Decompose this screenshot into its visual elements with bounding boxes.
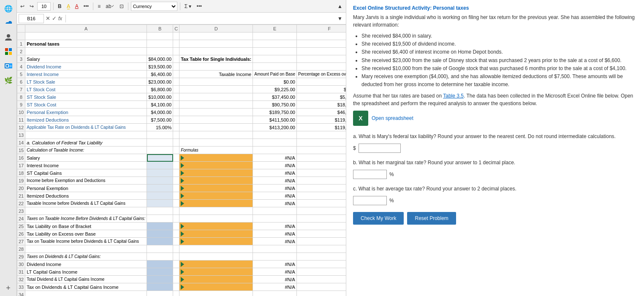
answer-input-c[interactable] (353, 196, 387, 205)
cell-28-D[interactable] (179, 245, 253, 253)
cell-13-F[interactable] (296, 131, 346, 139)
cell--B[interactable] (147, 33, 173, 40)
cell-14-B[interactable] (147, 139, 173, 147)
cell-17-E[interactable]: #N/A (253, 162, 297, 169)
cell-6-A[interactable]: LT Stock Sale (25, 78, 147, 86)
cell-19-F[interactable] (296, 177, 346, 185)
cell-12-B[interactable]: 15.00% (147, 124, 173, 131)
formula-input[interactable] (69, 14, 334, 23)
col-header-B[interactable]: B (147, 25, 173, 33)
cell-13-B[interactable] (147, 131, 173, 139)
formula-bar-x[interactable]: ✕ (46, 15, 50, 22)
cell-27-B[interactable] (147, 238, 173, 245)
cell-3-D[interactable]: Tax Table for Single Individuals: (179, 55, 253, 63)
cell-3-A[interactable]: Salary (25, 55, 147, 63)
cell-31-A[interactable]: LT Capital Gains Income (25, 268, 147, 276)
cell-20-A[interactable]: Personal Exemption (25, 185, 147, 192)
cell-33-B[interactable] (147, 283, 173, 291)
cell-7-F[interactable]: $922.50 (296, 86, 346, 93)
cell-13-D[interactable] (179, 131, 253, 139)
highlight-button[interactable]: A̲ (65, 3, 72, 10)
cell-24-B[interactable] (147, 215, 173, 223)
cell-31-D[interactable] (179, 268, 253, 276)
cell-23-F[interactable] (296, 207, 346, 215)
cell-4-F[interactable] (296, 63, 346, 71)
cell-33-A[interactable]: Tax on Dividends & LT Capital Gains Inco… (25, 283, 147, 291)
cell-26-B[interactable] (147, 230, 173, 238)
cell-9-E[interactable]: $90,750.00 (253, 101, 297, 109)
cell-14-C[interactable] (173, 139, 179, 147)
cell--C[interactable] (173, 33, 179, 40)
cell-27-A[interactable]: Tax on Taxable Income before Dividends &… (25, 238, 147, 245)
open-spreadsheet-link[interactable]: X Open spreadsheet (353, 111, 637, 126)
cell-30-E[interactable]: #N/A (253, 261, 297, 268)
people-icon[interactable] (2, 30, 15, 44)
cell-19-E[interactable]: #N/A (253, 177, 297, 185)
cell-5-D[interactable]: Taxable Income (179, 71, 253, 78)
cell-15-A[interactable]: Calculation of Taxable Income: (25, 147, 147, 154)
cell-10-F[interactable]: $46,075.25 (296, 109, 346, 116)
cell-9-C[interactable] (173, 101, 179, 109)
cell-24-D[interactable] (179, 215, 253, 223)
cell-28-E[interactable] (253, 245, 297, 253)
cell-21-E[interactable]: #N/A (253, 192, 297, 200)
redo-button[interactable]: ↪ (28, 3, 35, 10)
cell-11-F[interactable]: $119,401.25 (296, 116, 346, 124)
cell-5-A[interactable]: Interest Income (25, 71, 147, 78)
cell-1-B[interactable] (147, 40, 173, 48)
cell-32-A[interactable]: Total Dividend & LT Capital Gains Income (25, 276, 147, 283)
cell-31-E[interactable]: #N/A (253, 268, 297, 276)
cell-12-D[interactable] (179, 124, 253, 131)
cell-25-D[interactable] (179, 223, 253, 230)
reset-problem-button[interactable]: Reset Problem (407, 212, 456, 225)
cell-7-A[interactable]: LT Stock Cost (25, 86, 147, 93)
cell-32-D[interactable] (179, 276, 253, 283)
cell-22-E[interactable]: #N/A (253, 200, 297, 207)
cell-25-A[interactable]: Tax Liability on Base of Bracket (25, 223, 147, 230)
cell-25-B[interactable] (147, 223, 173, 230)
align-button[interactable]: ≡ (96, 3, 102, 10)
cell-14-D[interactable] (179, 139, 253, 147)
cell-32-C[interactable] (173, 276, 179, 283)
cell-17-F[interactable] (296, 162, 346, 169)
cell-9-A[interactable]: ST Stock Cost (25, 101, 147, 109)
cell-4-A[interactable]: Dividend Income (25, 63, 147, 71)
cell-11-E[interactable]: $411,500.00 (253, 116, 297, 124)
cell-34-D[interactable] (179, 291, 253, 296)
cell-18-B[interactable] (147, 169, 173, 177)
cell-4-C[interactable] (173, 63, 179, 71)
cell-10-C[interactable] (173, 109, 179, 116)
cell-10-B[interactable]: $4,000.00 (147, 109, 173, 116)
cell-33-D[interactable] (179, 283, 253, 291)
cell-20-B[interactable] (147, 185, 173, 192)
cell-10-D[interactable] (179, 109, 253, 116)
spell-button[interactable]: ab✓ (104, 3, 116, 10)
cell-18-C[interactable] (173, 169, 179, 177)
cell-12-F[interactable]: $119,996.25 (296, 124, 346, 131)
cell-34-C[interactable] (173, 291, 179, 296)
cell-7-B[interactable]: $6,800.00 (147, 86, 173, 93)
onedrive-icon[interactable] (2, 16, 15, 30)
cell-9-B[interactable]: $4,100.00 (147, 101, 173, 109)
cell--A[interactable] (25, 33, 147, 40)
cell-27-C[interactable] (173, 238, 179, 245)
plant-icon[interactable]: 🌿 (2, 73, 15, 87)
sum-button[interactable]: Σ ▾ (183, 3, 193, 10)
cell-25-E[interactable]: #N/A (253, 223, 297, 230)
cell-31-F[interactable] (296, 268, 346, 276)
globe-icon[interactable]: 🌐 (2, 2, 15, 15)
cell--E[interactable] (253, 33, 297, 40)
cell-5-C[interactable] (173, 71, 179, 78)
cell-33-F[interactable] (296, 283, 346, 291)
cell-24-F[interactable] (296, 215, 346, 223)
cell-20-D[interactable] (179, 185, 253, 192)
cell-34-A[interactable] (25, 291, 147, 296)
cell-23-E[interactable] (253, 207, 297, 215)
cell-12-A[interactable]: Applicable Tax Rate on Dividends & LT Ca… (25, 124, 147, 131)
cell-22-B[interactable] (147, 200, 173, 207)
cell-25-C[interactable] (173, 223, 179, 230)
cell-13-A[interactable] (25, 131, 147, 139)
cell-21-C[interactable] (173, 192, 179, 200)
cell-20-F[interactable] (296, 185, 346, 192)
cell-29-C[interactable] (173, 253, 179, 261)
